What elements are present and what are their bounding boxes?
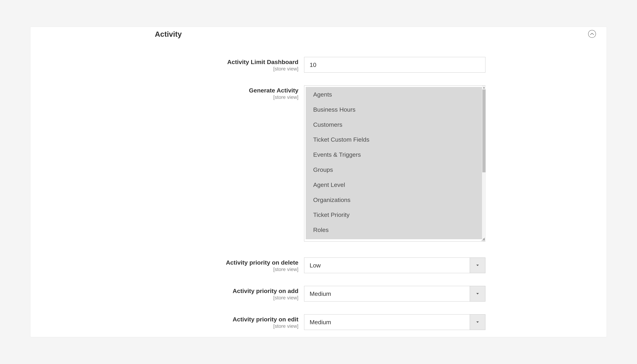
activity-limit-input[interactable] <box>304 57 485 72</box>
multiselect-option[interactable]: Agent Level <box>306 177 483 192</box>
multiselect-option[interactable]: Customers <box>306 117 483 132</box>
field-label: Activity Limit Dashboard <box>30 58 298 66</box>
select-dropdown-button[interactable] <box>470 286 485 302</box>
form-body: Activity Limit Dashboard [store view] Ge… <box>30 38 607 330</box>
select-value: Medium <box>304 314 470 330</box>
priority-add-select[interactable]: Medium <box>304 286 485 302</box>
field-label: Generate Activity <box>30 87 298 94</box>
field-row-priority-edit: Activity priority on edit [store view] M… <box>30 314 607 330</box>
priority-edit-select[interactable]: Medium <box>304 314 485 330</box>
svg-marker-3 <box>476 264 479 266</box>
multiselect-option[interactable]: Events & Triggers <box>306 147 483 162</box>
field-row-activity-limit: Activity Limit Dashboard [store view] <box>30 57 607 72</box>
field-label-col: Activity priority on edit [store view] <box>30 314 304 329</box>
field-row-priority-add: Activity priority on add [store view] Me… <box>30 286 607 302</box>
field-label: Activity priority on add <box>30 287 298 294</box>
scroll-up-icon: ▲ <box>482 86 486 90</box>
priority-delete-select[interactable]: Low <box>304 258 485 273</box>
chevron-up-icon <box>590 33 594 35</box>
field-label-col: Activity priority on delete [store view] <box>30 258 304 272</box>
chevron-down-icon <box>476 264 479 266</box>
activity-panel: Activity Activity Limit Dashboard [store… <box>30 26 607 337</box>
svg-marker-5 <box>476 322 479 323</box>
multiselect-option[interactable]: Roles <box>306 222 483 238</box>
field-scope: [store view] <box>30 295 298 301</box>
select-dropdown-button[interactable] <box>470 258 485 273</box>
field-label-col: Activity priority on add [store view] <box>30 286 304 301</box>
panel-title: Activity <box>155 30 182 38</box>
multiselect-option[interactable]: Organizations <box>306 192 483 208</box>
field-input-col: Medium <box>304 286 488 302</box>
collapse-section-button[interactable] <box>588 30 596 38</box>
chevron-down-icon <box>476 293 479 295</box>
select-value: Medium <box>304 286 470 302</box>
generate-activity-multiselect[interactable]: Agents Business Hours Customers Ticket C… <box>304 85 485 242</box>
field-scope: [store view] <box>30 323 298 329</box>
field-label-col: Activity Limit Dashboard [store view] <box>30 57 304 72</box>
field-scope: [store view] <box>30 94 298 100</box>
field-label-col: Generate Activity [store view] <box>30 85 304 100</box>
field-scope: [store view] <box>30 266 298 272</box>
multiselect-scrollbar[interactable]: ▲ ▼ <box>482 86 486 241</box>
page-canvas: Activity Activity Limit Dashboard [store… <box>0 0 637 364</box>
multiselect-option[interactable]: Ticket Custom Fields <box>306 132 483 147</box>
field-label: Activity priority on edit <box>30 316 298 323</box>
field-scope: [store view] <box>30 66 298 72</box>
multiselect-inner: Agents Business Hours Customers Ticket C… <box>306 87 483 239</box>
svg-line-2 <box>484 240 485 241</box>
field-row-generate-activity: Generate Activity [store view] Agents Bu… <box>30 85 607 242</box>
field-label: Activity priority on delete <box>30 259 298 266</box>
select-value: Low <box>304 258 470 273</box>
field-input-col <box>304 57 488 72</box>
select-dropdown-button[interactable] <box>470 314 485 330</box>
panel-header: Activity <box>30 27 607 38</box>
field-input-col: Low <box>304 258 488 273</box>
field-input-col: Medium <box>304 314 488 330</box>
multiselect-option[interactable]: Business Hours <box>306 102 483 117</box>
multiselect-option[interactable]: Groups <box>306 162 483 177</box>
field-row-priority-delete: Activity priority on delete [store view]… <box>30 258 607 273</box>
multiselect-option[interactable]: Ticket Priority <box>306 207 483 222</box>
multiselect-option[interactable]: Agents <box>306 87 483 102</box>
scroll-thumb[interactable] <box>482 90 486 172</box>
svg-marker-4 <box>476 293 479 294</box>
field-input-col: Agents Business Hours Customers Ticket C… <box>304 85 488 242</box>
resize-handle[interactable] <box>481 237 485 241</box>
scroll-track <box>482 90 486 238</box>
chevron-down-icon <box>476 321 479 323</box>
